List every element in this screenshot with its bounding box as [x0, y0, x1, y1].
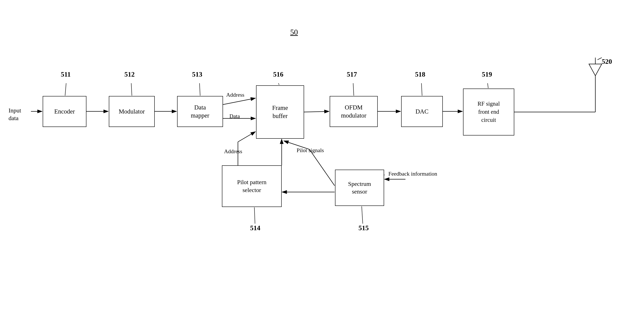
diagram-arrows: [0, 0, 644, 332]
svg-line-29: [422, 83, 422, 96]
address-label-top: Address: [226, 92, 244, 98]
ref-512: 512: [124, 70, 135, 78]
address-label-bottom: Address: [224, 148, 242, 155]
input-data-label: Inputdata: [8, 107, 21, 122]
pilot-signals-label: Pilot signals: [296, 147, 324, 154]
svg-line-15: [598, 58, 602, 60]
ref-518: 518: [415, 70, 425, 78]
ref-513: 513: [192, 70, 202, 78]
ref-517: 517: [347, 70, 357, 78]
svg-line-24: [65, 83, 66, 96]
diagram-title: 50: [290, 28, 298, 37]
rf-signal-block: RF signalfront endcircuit: [463, 88, 514, 136]
diagram-container: 50 511 512 513 516 517 518 519 520 514 5…: [0, 0, 644, 332]
svg-line-19: [310, 149, 334, 186]
svg-line-32: [362, 206, 363, 224]
svg-line-31: [254, 208, 255, 224]
svg-line-7: [304, 112, 329, 112]
svg-marker-13: [589, 64, 602, 76]
frame-buffer-block: Framebuffer: [256, 85, 304, 139]
data-label: Data: [230, 113, 240, 120]
svg-line-28: [353, 83, 354, 96]
svg-line-27: [278, 83, 279, 85]
ref-514: 514: [250, 224, 260, 232]
ref-519: 519: [482, 70, 492, 78]
svg-line-17: [238, 132, 256, 142]
ref-516: 516: [273, 70, 284, 78]
dac-block: DAC: [401, 96, 443, 127]
spectrum-sensor-block: Spectrumsensor: [335, 170, 384, 206]
svg-line-25: [131, 83, 132, 96]
ofdm-modulator-block: OFDMmodulator: [330, 96, 378, 127]
svg-line-26: [200, 83, 200, 96]
ref-520: 520: [602, 58, 612, 66]
feedback-info-label: Feedback information: [388, 171, 437, 177]
modulator-block: Modulator: [109, 96, 155, 127]
ref-511: 511: [61, 70, 71, 78]
encoder-block: Encoder: [43, 96, 86, 127]
svg-line-30: [488, 83, 488, 88]
pilot-selector-block: Pilot patternselector: [222, 165, 282, 207]
svg-line-5: [223, 98, 256, 104]
data-mapper-block: Datamapper: [177, 96, 223, 127]
ref-515: 515: [358, 224, 369, 232]
